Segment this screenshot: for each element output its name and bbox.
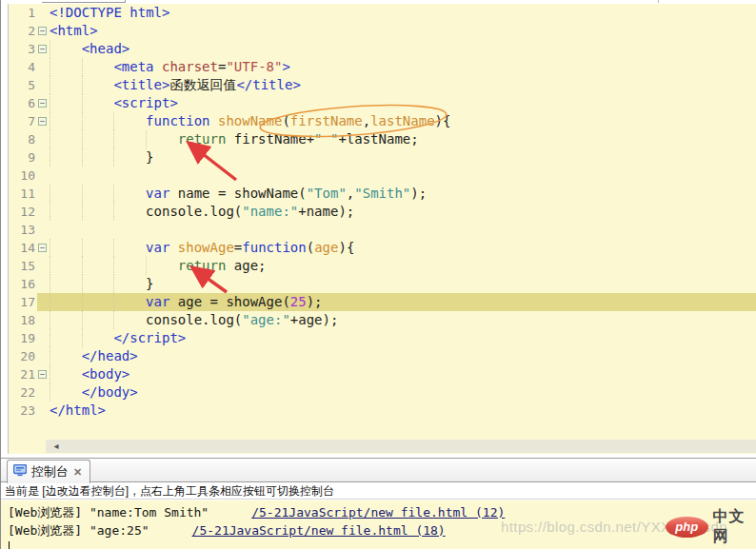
code-line[interactable]: 13: [9, 221, 756, 239]
fold-minus-icon[interactable]: −: [38, 117, 47, 126]
indent-guide: [82, 311, 83, 329]
code-line[interactable]: 16}: [9, 275, 756, 293]
code-line[interactable]: 4<meta charset="UTF-8">: [9, 58, 756, 76]
code-line[interactable]: 12console.log("name:"+name);: [9, 203, 756, 221]
code-line[interactable]: 17var age = showAge(25);: [9, 293, 756, 311]
code-text[interactable]: function showName(firstName,lastName){: [50, 112, 756, 130]
fold-minus-icon[interactable]: −: [38, 45, 47, 53]
code-text[interactable]: return age;: [50, 257, 756, 275]
code-editor[interactable]: 1<!DOCTYPE html>2−<html>3−<head>4<meta c…: [9, 4, 756, 439]
indent-guide: [113, 185, 114, 203]
fold-minus-icon[interactable]: −: [38, 99, 47, 108]
indent-guide: [50, 383, 50, 402]
code-token: return: [178, 258, 227, 273]
code-text[interactable]: </body>: [50, 383, 756, 402]
indent-guide: [146, 257, 147, 275]
code-token: showAge: [178, 240, 234, 255]
tab-edge: [658, 0, 659, 3]
line-number: 23: [9, 402, 37, 420]
console-tabbar: 控制台 ✕: [1, 459, 756, 482]
code-token: firstName: [290, 113, 363, 128]
code-text[interactable]: console.log("age:"+age);: [50, 311, 756, 329]
code-text[interactable]: var name = showName("Tom","Smith");: [50, 185, 756, 203]
code-text[interactable]: var age = showAge(25);: [50, 293, 756, 311]
code-line[interactable]: 9}: [9, 148, 756, 167]
code-token: var: [146, 294, 169, 309]
fold-gutter: −: [37, 365, 50, 383]
code-text[interactable]: <!DOCTYPE html>: [50, 4, 756, 22]
line-number: 16: [9, 275, 37, 293]
code-text[interactable]: [50, 167, 756, 185]
console-source-link[interactable]: /5-21JavaScript/new file.html (12): [251, 505, 505, 520]
ide-window: 1<!DOCTYPE html>2−<html>3−<head>4<meta c…: [0, 0, 756, 549]
code-line[interactable]: 7−function showName(firstName,lastName){: [9, 112, 756, 130]
code-text[interactable]: </html>: [50, 402, 756, 420]
line-number: 15: [9, 257, 37, 275]
line-number: 3: [9, 40, 37, 58]
horizontal-scrollbar[interactable]: ◂: [9, 439, 756, 454]
line-number: 5: [9, 76, 37, 94]
line-number: 19: [9, 329, 37, 347]
scroll-left-icon[interactable]: ◂: [50, 440, 63, 453]
code-token: );: [410, 186, 427, 201]
console-icon: [13, 463, 27, 480]
scrollbar-track[interactable]: ◂: [46, 440, 756, 453]
line-number: 10: [9, 167, 37, 185]
code-line[interactable]: 15return age;: [9, 257, 756, 275]
fold-minus-icon[interactable]: −: [38, 370, 47, 379]
code-text[interactable]: console.log("name:"+name);: [50, 203, 756, 221]
code-line[interactable]: 23</html>: [9, 402, 756, 420]
code-line[interactable]: 19</script>: [9, 329, 756, 347]
code-line[interactable]: 20</head>: [9, 347, 756, 365]
code-line[interactable]: 14−var showAge=function(age){: [9, 239, 756, 257]
code-text[interactable]: }: [50, 148, 756, 167]
code-text[interactable]: var showAge=function(age){: [50, 239, 756, 257]
code-text[interactable]: <title>函数返回值</title>: [50, 76, 756, 94]
code-token: age = showAge(: [169, 294, 289, 309]
code-token: var: [146, 240, 169, 255]
php-logo-oval: php: [666, 517, 708, 538]
code-area: 1<!DOCTYPE html>2−<html>3−<head>4<meta c…: [9, 4, 756, 420]
code-text[interactable]: </head>: [50, 347, 756, 365]
code-text[interactable]: }: [50, 275, 756, 293]
code-token: </body>: [82, 384, 138, 400]
code-token: }: [146, 276, 153, 291]
code-line[interactable]: 5<title>函数返回值</title>: [9, 76, 756, 94]
code-line[interactable]: 8return firstName+" "+lastName;: [9, 130, 756, 148]
code-line[interactable]: 18console.log("age:"+age);: [9, 311, 756, 329]
code-line[interactable]: 11var name = showName("Tom","Smith");: [9, 185, 756, 203]
fold-gutter: [37, 402, 50, 420]
code-text[interactable]: <script>: [50, 94, 756, 112]
code-text[interactable]: <meta charset="UTF-8">: [50, 58, 756, 76]
code-text[interactable]: <head>: [50, 40, 756, 58]
fold-gutter: [37, 130, 50, 148]
code-text[interactable]: <html>: [50, 22, 756, 40]
code-line[interactable]: 3−<head>: [9, 40, 756, 58]
fold-gutter: [37, 58, 50, 76]
code-line[interactable]: 10: [9, 167, 756, 185]
editor-annotation-ruler[interactable]: [1, 4, 9, 454]
code-text[interactable]: return firstName+" "+lastName;: [50, 130, 756, 148]
code-line[interactable]: 1<!DOCTYPE html>: [9, 4, 756, 22]
code-token: <body>: [82, 366, 130, 382]
fold-minus-icon[interactable]: −: [38, 27, 47, 35]
code-line[interactable]: 2−<html>: [9, 22, 756, 40]
tab-console[interactable]: 控制台 ✕: [7, 460, 90, 483]
indent-guide: [113, 148, 114, 167]
code-token: console.log(: [146, 204, 242, 219]
code-token: +name);: [298, 204, 354, 219]
code-text[interactable]: [50, 221, 756, 239]
close-icon[interactable]: ✕: [73, 466, 82, 479]
code-line[interactable]: 6−<script>: [9, 94, 756, 112]
line-number: 7: [9, 112, 37, 130]
console-source-link[interactable]: /5-21JavaScript/new file.html (18): [192, 523, 446, 538]
indent-guide: [50, 347, 50, 365]
fold-minus-icon[interactable]: −: [38, 244, 47, 252]
code-line[interactable]: 21−<body>: [9, 365, 756, 383]
line-number: 17: [9, 293, 37, 311]
code-token: ){: [338, 240, 354, 255]
code-text[interactable]: <body>: [50, 365, 756, 383]
code-text[interactable]: </script>: [50, 329, 756, 347]
code-line[interactable]: 22</body>: [9, 383, 756, 402]
code-token: console.log(: [146, 312, 242, 327]
